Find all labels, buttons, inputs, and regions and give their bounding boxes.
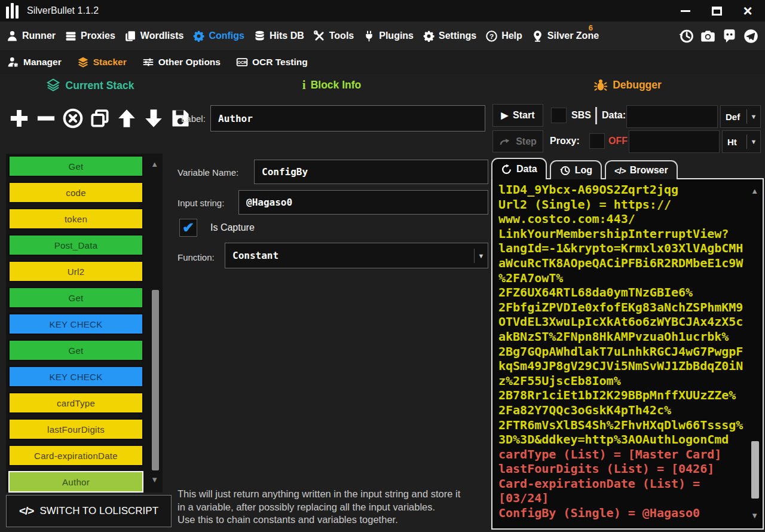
settings-gear-icon xyxy=(423,30,435,42)
bug-icon xyxy=(593,78,608,92)
help-icon xyxy=(485,30,498,42)
log-line: akBNzST%2FNpn8HkAMPvzuaOh1ucrbk% xyxy=(498,329,763,344)
telegram-button[interactable] xyxy=(743,28,759,44)
stack-item[interactable]: lastFourDigits xyxy=(8,418,143,440)
sbs-label: SBS xyxy=(571,110,591,121)
plug-icon xyxy=(363,30,375,42)
is-capture-checkbox[interactable]: ✔ xyxy=(179,219,197,237)
tab-browser[interactable]: </>Browser xyxy=(605,160,678,179)
step-button[interactable]: Step xyxy=(492,130,543,152)
camera-icon xyxy=(700,28,716,44)
switch-to-loliscript-button[interactable]: </> SWITCH TO LOLISCRIPT xyxy=(6,495,172,527)
tab-log[interactable]: Log xyxy=(550,160,602,179)
stack-item[interactable]: code xyxy=(8,182,143,203)
log-line: 2FTR6mVsXlBS4Sh%2FhvHXqDlw66Tsssg% xyxy=(498,418,763,433)
database-icon xyxy=(253,30,266,42)
arrow-down-icon xyxy=(143,108,164,129)
stack-item[interactable]: cardType xyxy=(8,392,143,414)
tab-manager[interactable]: Manager xyxy=(7,56,62,68)
log-line: cardType (List) = [Master Card] xyxy=(498,447,763,462)
stack-toolbar xyxy=(7,103,192,134)
arrow-up-icon xyxy=(116,108,137,129)
debugger-log-panel[interactable]: lID4_9Ybcx-A69OS2Zqrt2jqgUrl2 (Single) =… xyxy=(491,178,764,530)
stack-item[interactable]: Post_Data xyxy=(8,234,143,256)
scroll-down-icon[interactable]: ▼ xyxy=(751,511,758,520)
discord-button[interactable] xyxy=(721,28,738,44)
stack-item[interactable]: KEY CHECK xyxy=(8,313,143,335)
stack-item[interactable]: token xyxy=(8,208,143,230)
move-up-button[interactable] xyxy=(115,105,139,132)
remove-block-button[interactable] xyxy=(34,105,58,132)
add-block-button[interactable] xyxy=(7,105,31,132)
log-line: Url2 (Single) = https:// xyxy=(498,197,763,212)
close-button[interactable]: × xyxy=(740,3,755,19)
log-line: lastFourDigits (List) = [0426] xyxy=(498,461,763,476)
map-pin-icon xyxy=(531,30,544,42)
clone-block-button[interactable] xyxy=(88,105,112,132)
scrollbar-thumb[interactable] xyxy=(152,290,159,470)
nav-item-wordlists[interactable]: Wordlists xyxy=(124,30,184,42)
nav-item-help[interactable]: Help xyxy=(485,30,522,42)
scrollbar-thumb[interactable] xyxy=(751,441,759,499)
maximize-button[interactable] xyxy=(709,3,724,19)
minimize-button[interactable] xyxy=(678,3,693,19)
log-line: 2B78Rr1ciEt1bI2K29BBpMnffXUUzZZe% xyxy=(498,388,763,403)
debug-data-input[interactable] xyxy=(626,105,718,128)
input-string-label: Input string: xyxy=(178,198,224,208)
log-line: aWcuRcTK8AOpeQACiPFBi6R2RDMbeE1c9W xyxy=(498,256,763,271)
nav-item-tools[interactable]: Tools xyxy=(313,30,354,42)
log-line: lID4_9Ybcx-A69OS2Zqrt2jqg xyxy=(498,182,763,197)
divider xyxy=(595,107,597,124)
history-button[interactable] xyxy=(678,28,694,44)
function-label: Function: xyxy=(178,252,215,262)
log-line: 3D%3D&ddkey=http%3AOAuthLogonCmd xyxy=(498,432,763,447)
stack-item[interactable]: KEY CHECK xyxy=(8,366,143,387)
notification-badge: 6 xyxy=(589,23,593,32)
input-string-input[interactable] xyxy=(238,190,488,215)
scroll-up-icon[interactable]: ▲ xyxy=(151,160,158,169)
main-nav: Runner Proxies Wordlists Configs Hits DB… xyxy=(0,22,765,50)
debugger-tabs: Data Log </>Browser xyxy=(491,158,678,179)
clear-stack-button[interactable] xyxy=(61,105,85,132)
proxy-checkbox[interactable] xyxy=(589,133,605,149)
nav-item-settings[interactable]: Settings xyxy=(423,30,476,42)
tab-other-options[interactable]: Other Options xyxy=(142,56,221,68)
nav-item-configs[interactable]: Configs xyxy=(192,30,244,42)
tab-ocr-testing[interactable]: OCR Testing xyxy=(236,56,308,68)
wordlist-type-dropdown[interactable]: Def ▼ xyxy=(720,105,761,128)
maximize-icon xyxy=(712,7,722,16)
label-input[interactable] xyxy=(210,105,485,132)
code-icon: </> xyxy=(614,166,626,176)
wordlists-icon xyxy=(124,30,137,42)
tab-stacker[interactable]: Stacker xyxy=(77,56,127,68)
scroll-down-icon[interactable]: ▼ xyxy=(151,475,158,484)
nav-item-silver-zone[interactable]: Silver Zone6 xyxy=(531,30,599,42)
nav-item-runner[interactable]: Runner xyxy=(6,30,56,42)
screenshot-button[interactable] xyxy=(700,28,716,44)
nav-item-plugins[interactable]: Plugins xyxy=(363,30,414,42)
refresh-icon xyxy=(501,164,512,175)
stack-item[interactable]: Get xyxy=(8,287,143,308)
stack-item[interactable]: Url2 xyxy=(8,261,143,282)
stack-item[interactable]: Get xyxy=(8,155,143,177)
log-line: www.costco.com:443/ xyxy=(498,212,763,227)
proxy-type-dropdown[interactable]: Ht ▼ xyxy=(722,130,761,153)
variable-name-input[interactable] xyxy=(254,160,488,184)
copy-icon xyxy=(89,108,111,129)
stack-item[interactable]: Card-expirationDate xyxy=(8,445,143,466)
start-button[interactable]: ▶Start xyxy=(492,104,543,127)
function-dropdown[interactable]: Constant ▼ xyxy=(225,243,488,268)
stack-item[interactable]: Get xyxy=(8,340,143,361)
scroll-up-icon[interactable]: ▲ xyxy=(751,186,758,195)
current-stack-header: Current Stack xyxy=(12,78,167,93)
move-down-button[interactable] xyxy=(142,105,166,132)
tools-icon xyxy=(313,30,326,42)
tab-data[interactable]: Data xyxy=(491,158,547,179)
stack-item-selected[interactable]: Author xyxy=(8,471,143,493)
nav-item-proxies[interactable]: Proxies xyxy=(65,30,115,42)
chevron-down-icon: ▼ xyxy=(747,113,760,120)
proxy-input[interactable] xyxy=(629,130,720,153)
nav-item-hits-db[interactable]: Hits DB xyxy=(253,30,304,42)
log-line: langId=-1&krypto=Krmxlx03XlVAgbCMH xyxy=(498,241,763,256)
sbs-checkbox[interactable] xyxy=(551,108,567,123)
